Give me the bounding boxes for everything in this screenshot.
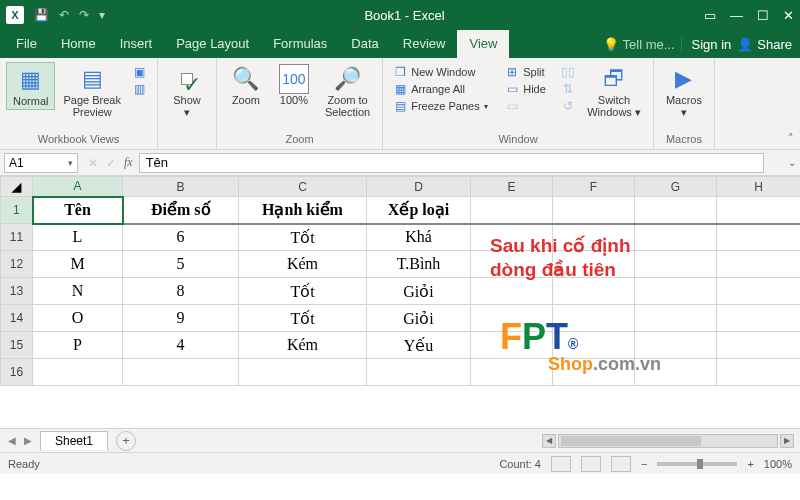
- cell[interactable]: [717, 251, 801, 278]
- cell[interactable]: [717, 332, 801, 359]
- cell[interactable]: Giỏi: [367, 278, 471, 305]
- formula-input[interactable]: Tên: [139, 153, 764, 173]
- cell-A1[interactable]: Tên: [33, 197, 123, 224]
- zoom-to-selection-button[interactable]: 🔎 Zoom to Selection: [319, 62, 376, 120]
- row-header[interactable]: 13: [1, 278, 33, 305]
- zoom-level[interactable]: 100%: [764, 458, 792, 470]
- maximize-icon[interactable]: ☐: [757, 8, 769, 23]
- cell-C1[interactable]: Hạnh kiểm: [239, 197, 367, 224]
- collapse-ribbon-button[interactable]: ˄: [782, 128, 800, 149]
- cell[interactable]: [553, 197, 635, 224]
- cell[interactable]: Tốt: [239, 305, 367, 332]
- cell[interactable]: Yếu: [367, 332, 471, 359]
- col-header-F[interactable]: F: [553, 177, 635, 197]
- cell[interactable]: [367, 359, 471, 386]
- view-side-by-side-button[interactable]: ▯▯: [557, 64, 579, 80]
- cell[interactable]: [471, 197, 553, 224]
- page-break-view-icon-status[interactable]: [611, 456, 631, 472]
- normal-view-button[interactable]: ▦ Normal: [6, 62, 55, 110]
- cell[interactable]: [717, 359, 801, 386]
- cell-B1[interactable]: Điểm số: [123, 197, 239, 224]
- zoom-100-button[interactable]: 100 100%: [271, 62, 317, 108]
- redo-icon[interactable]: ↷: [79, 8, 89, 22]
- expand-formula-bar-icon[interactable]: ⌄: [784, 157, 800, 168]
- tab-home[interactable]: Home: [49, 30, 108, 58]
- cell[interactable]: [717, 197, 801, 224]
- tab-review[interactable]: Review: [391, 30, 458, 58]
- cell[interactable]: Kém: [239, 332, 367, 359]
- split-button[interactable]: ⊞Split: [501, 64, 555, 80]
- sign-in-link[interactable]: Sign in: [681, 37, 732, 52]
- col-header-E[interactable]: E: [471, 177, 553, 197]
- switch-windows-button[interactable]: 🗗 Switch Windows ▾: [581, 62, 647, 120]
- tab-file[interactable]: File: [4, 30, 49, 58]
- col-header-B[interactable]: B: [123, 177, 239, 197]
- row-header[interactable]: 16: [1, 359, 33, 386]
- cell[interactable]: [635, 224, 717, 251]
- cell[interactable]: T.Bình: [367, 251, 471, 278]
- cell[interactable]: [717, 278, 801, 305]
- zoom-slider[interactable]: [657, 462, 737, 466]
- cell[interactable]: M: [33, 251, 123, 278]
- qat-dropdown-icon[interactable]: ▾: [99, 8, 105, 22]
- tab-data[interactable]: Data: [339, 30, 390, 58]
- cancel-formula-icon[interactable]: ✕: [88, 156, 98, 170]
- spreadsheet-grid[interactable]: ◢ A B C D E F G H 1 Tên Điểm số Hạnh kiể…: [0, 176, 800, 386]
- insert-function-icon[interactable]: fx: [124, 155, 133, 170]
- tab-view[interactable]: View: [457, 30, 509, 58]
- cell[interactable]: [33, 359, 123, 386]
- reset-position-button[interactable]: ↺: [557, 98, 579, 114]
- ribbon-options-icon[interactable]: ▭: [704, 8, 716, 23]
- cell[interactable]: Khá: [367, 224, 471, 251]
- macros-button[interactable]: ▶ Macros▾: [660, 62, 708, 120]
- cell[interactable]: 5: [123, 251, 239, 278]
- add-sheet-button[interactable]: +: [116, 431, 136, 451]
- row-header[interactable]: 14: [1, 305, 33, 332]
- cell[interactable]: O: [33, 305, 123, 332]
- normal-view-icon-status[interactable]: [551, 456, 571, 472]
- cell[interactable]: [239, 359, 367, 386]
- col-header-A[interactable]: A: [33, 177, 123, 197]
- close-icon[interactable]: ✕: [783, 8, 794, 23]
- cell[interactable]: 6: [123, 224, 239, 251]
- cell[interactable]: L: [33, 224, 123, 251]
- zoom-button[interactable]: 🔍 Zoom: [223, 62, 269, 108]
- cell[interactable]: [717, 224, 801, 251]
- sheet-tab-1[interactable]: Sheet1: [40, 431, 108, 450]
- name-box[interactable]: A1 ▾: [4, 153, 78, 173]
- cell[interactable]: [635, 305, 717, 332]
- arrange-all-button[interactable]: ▦Arrange All: [389, 81, 499, 97]
- cell[interactable]: Tốt: [239, 224, 367, 251]
- cell[interactable]: [635, 278, 717, 305]
- cell[interactable]: [123, 359, 239, 386]
- cell[interactable]: P: [33, 332, 123, 359]
- cell[interactable]: Tốt: [239, 278, 367, 305]
- show-button[interactable]: ✓ Show▾: [164, 62, 210, 120]
- zoom-in-icon[interactable]: +: [747, 458, 753, 470]
- row-header[interactable]: 11: [1, 224, 33, 251]
- row-header[interactable]: 15: [1, 332, 33, 359]
- cell[interactable]: [471, 359, 553, 386]
- col-header-D[interactable]: D: [367, 177, 471, 197]
- cell[interactable]: 9: [123, 305, 239, 332]
- horizontal-scrollbar[interactable]: [558, 434, 778, 448]
- cell[interactable]: Giỏi: [367, 305, 471, 332]
- hscroll-right-icon[interactable]: ▶: [780, 434, 794, 448]
- row-header-1[interactable]: 1: [1, 197, 33, 224]
- share-button[interactable]: 👤Share: [737, 37, 792, 52]
- cell[interactable]: [635, 251, 717, 278]
- custom-views-button[interactable]: ▥: [129, 81, 151, 97]
- sync-scroll-button[interactable]: ⇅: [557, 81, 579, 97]
- page-break-preview-button[interactable]: ▤ Page Break Preview: [57, 62, 126, 120]
- zoom-out-icon[interactable]: −: [641, 458, 647, 470]
- cell[interactable]: Kém: [239, 251, 367, 278]
- col-header-H[interactable]: H: [717, 177, 801, 197]
- tab-scroll-right-icon[interactable]: ▶: [24, 435, 32, 446]
- page-layout-view-icon-status[interactable]: [581, 456, 601, 472]
- freeze-panes-button[interactable]: ▤Freeze Panes ▾: [389, 98, 499, 114]
- row-header[interactable]: 12: [1, 251, 33, 278]
- cell[interactable]: [635, 197, 717, 224]
- minimize-icon[interactable]: —: [730, 8, 743, 23]
- cell[interactable]: N: [33, 278, 123, 305]
- cell[interactable]: [717, 305, 801, 332]
